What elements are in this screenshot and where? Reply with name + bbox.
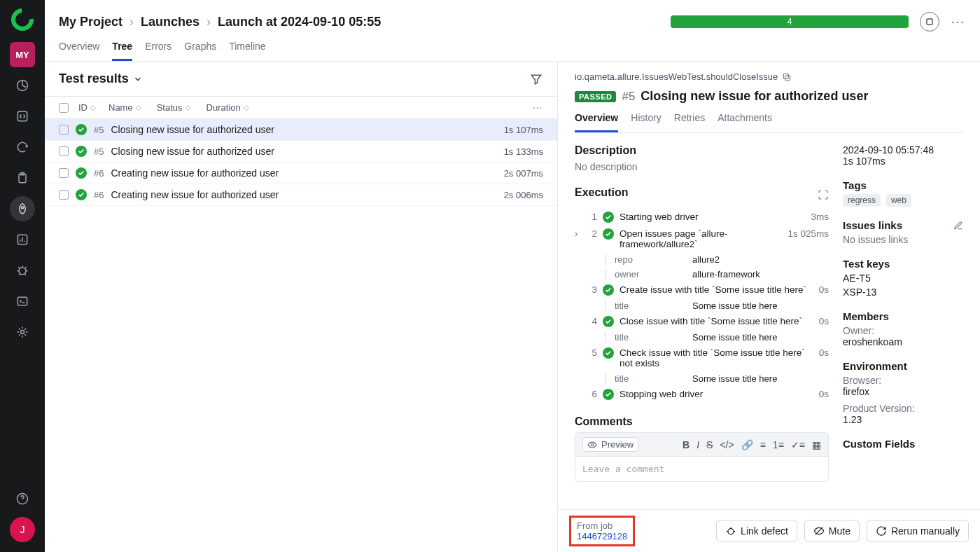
row-duration: 1s 107ms bbox=[504, 125, 543, 135]
detail-tab-attachments[interactable]: Attachments bbox=[718, 112, 772, 132]
row-checkbox[interactable] bbox=[59, 146, 69, 156]
user-avatar[interactable]: J bbox=[10, 517, 35, 542]
filter-icon[interactable] bbox=[529, 72, 543, 86]
step-time: 0s bbox=[819, 316, 829, 326]
breadcrumb-launches[interactable]: Launches bbox=[141, 15, 200, 29]
status-badge: PASSED bbox=[575, 91, 616, 102]
test-key: XSP-13 bbox=[843, 287, 963, 298]
table-more-icon[interactable]: ⋯ bbox=[533, 102, 543, 113]
tab-timeline[interactable]: Timeline bbox=[229, 41, 265, 61]
status-passed-icon bbox=[603, 228, 614, 240]
nav-clipboard-icon[interactable] bbox=[10, 165, 35, 191]
comments-heading: Comments bbox=[575, 415, 829, 428]
tag-chip[interactable]: regress bbox=[843, 194, 881, 207]
test-key: AE-T5 bbox=[843, 272, 963, 284]
bold-icon[interactable]: B bbox=[682, 439, 690, 450]
select-all-checkbox[interactable] bbox=[59, 103, 69, 113]
nav-settings-icon[interactable] bbox=[10, 319, 35, 345]
row-id: #6 bbox=[94, 190, 104, 200]
stop-icon[interactable] bbox=[920, 12, 939, 32]
col-duration[interactable]: Duration◇ bbox=[206, 102, 249, 113]
issues-value: No issues links bbox=[843, 234, 963, 245]
link-icon[interactable]: 🔗 bbox=[741, 439, 753, 450]
chevron-right-icon[interactable]: › bbox=[575, 228, 582, 239]
results-title[interactable]: Test results bbox=[59, 71, 143, 86]
launch-progress[interactable]: 4 bbox=[671, 15, 909, 28]
nav-sidebar: MY J bbox=[0, 0, 45, 552]
tab-graphs[interactable]: Graphs bbox=[184, 41, 216, 61]
nav-analytics-icon[interactable] bbox=[10, 227, 35, 252]
nav-terminal-icon[interactable] bbox=[10, 289, 35, 314]
strike-icon[interactable]: S bbox=[706, 439, 713, 450]
status-passed-icon bbox=[76, 124, 87, 135]
expand-all-icon[interactable] bbox=[818, 189, 829, 200]
mute-button[interactable]: Mute bbox=[804, 520, 860, 542]
detail-tab-overview[interactable]: Overview bbox=[575, 112, 618, 132]
status-passed-icon bbox=[76, 146, 87, 157]
execution-step[interactable]: 1Starting web driver3ms bbox=[575, 209, 829, 226]
table-row[interactable]: #5Closing new issue for authorized user1… bbox=[45, 119, 557, 141]
step-param-value: allure2 bbox=[692, 254, 720, 265]
execution-step[interactable]: 4Close issue with title `Some issue titl… bbox=[575, 313, 829, 330]
execution-step[interactable]: 6Stopping web driver0s bbox=[575, 386, 829, 403]
row-checkbox[interactable] bbox=[59, 168, 69, 178]
help-icon[interactable] bbox=[10, 486, 35, 511]
status-passed-icon bbox=[603, 389, 614, 400]
step-param-value: allure-framework bbox=[692, 269, 760, 280]
custom-fields-heading: Custom Fields bbox=[843, 438, 963, 450]
tab-errors[interactable]: Errors bbox=[145, 41, 172, 61]
ul-icon[interactable]: ≡ bbox=[760, 439, 766, 450]
comment-input[interactable]: Leave a comment bbox=[575, 457, 829, 482]
execution-step[interactable]: ›2Open issues page `allure-framework/all… bbox=[575, 226, 829, 252]
nav-dashboard-icon[interactable] bbox=[10, 73, 35, 98]
col-status[interactable]: Status◇ bbox=[157, 102, 191, 113]
edit-icon[interactable] bbox=[953, 221, 963, 230]
table-row[interactable]: #6Creating new issue for authorized user… bbox=[45, 184, 557, 206]
row-name: Closing new issue for authorized user bbox=[111, 146, 496, 157]
tag-chip[interactable]: web bbox=[886, 194, 911, 207]
detail-tab-retries[interactable]: Retries bbox=[674, 112, 705, 132]
table-row[interactable]: #6Creating new issue for authorized user… bbox=[45, 163, 557, 184]
test-number: #5 bbox=[622, 90, 635, 104]
project-badge[interactable]: MY bbox=[10, 42, 35, 67]
code-icon[interactable]: </> bbox=[720, 439, 734, 450]
row-id: #5 bbox=[94, 146, 104, 157]
nav-bug-icon[interactable] bbox=[10, 258, 35, 283]
execution-step[interactable]: 5Check issue with title `Some issue titl… bbox=[575, 345, 829, 371]
table-icon[interactable]: ▦ bbox=[812, 439, 821, 450]
row-name: Closing new issue for authorized user bbox=[111, 124, 496, 135]
table-row[interactable]: #5Closing new issue for authorized user1… bbox=[45, 141, 557, 163]
step-name: Close issue with title `Some issue title… bbox=[620, 316, 813, 326]
description-heading: Description bbox=[575, 144, 829, 157]
detail-tab-history[interactable]: History bbox=[631, 112, 662, 132]
checklist-icon[interactable]: ✓≡ bbox=[791, 439, 805, 450]
breadcrumb-project[interactable]: My Project bbox=[59, 15, 122, 29]
row-checkbox[interactable] bbox=[59, 125, 69, 134]
tab-tree[interactable]: Tree bbox=[112, 41, 132, 61]
from-job-link[interactable]: 1446729128 bbox=[577, 531, 627, 541]
preview-button[interactable]: Preview bbox=[582, 437, 638, 452]
step-name: Open issues page `allure-framework/allur… bbox=[620, 228, 782, 249]
italic-icon[interactable]: I bbox=[696, 439, 699, 450]
copy-icon[interactable] bbox=[782, 72, 792, 82]
row-checkbox[interactable] bbox=[59, 190, 69, 200]
col-id[interactable]: ID◇ bbox=[78, 102, 96, 113]
nav-code-icon[interactable] bbox=[10, 104, 35, 129]
ol-icon[interactable]: 1≡ bbox=[773, 439, 784, 450]
breadcrumb: My Project › Launches › Launch at 2024-0… bbox=[59, 15, 381, 29]
svg-point-14 bbox=[591, 443, 594, 446]
svg-rect-13 bbox=[784, 74, 789, 78]
nav-sync-icon[interactable] bbox=[10, 134, 35, 160]
nav-launches-icon[interactable] bbox=[10, 196, 35, 221]
more-icon[interactable]: ⋯ bbox=[951, 13, 966, 30]
rerun-button[interactable]: Rerun manually bbox=[867, 520, 969, 542]
tab-overview[interactable]: Overview bbox=[59, 41, 99, 61]
link-defect-button[interactable]: Link defect bbox=[716, 520, 797, 542]
app-logo bbox=[11, 8, 34, 31]
execution-step[interactable]: 3Create issue with title `Some issue tit… bbox=[575, 282, 829, 298]
col-name[interactable]: Name◇ bbox=[108, 102, 141, 113]
status-passed-icon bbox=[603, 212, 614, 223]
svg-point-5 bbox=[21, 207, 23, 209]
svg-rect-8 bbox=[18, 297, 27, 305]
row-id: #5 bbox=[94, 125, 104, 135]
